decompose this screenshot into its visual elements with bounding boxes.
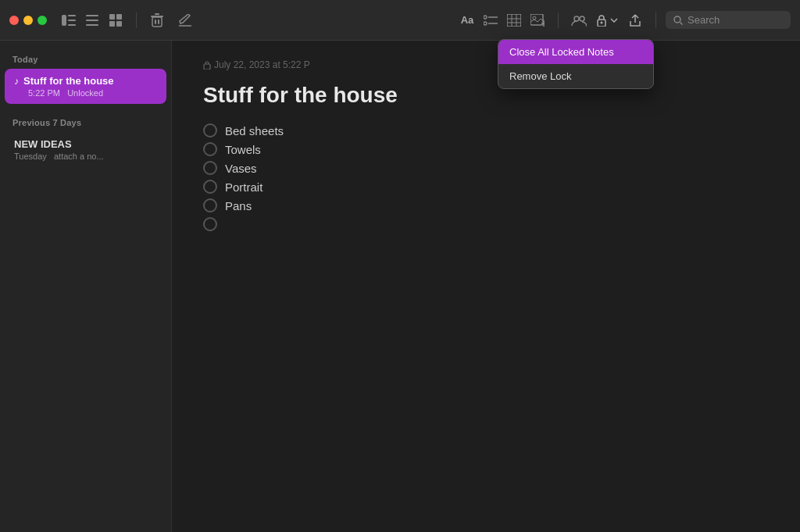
lock-group: Close All Locked Notes Remove Lock [568,9,646,31]
previous-label: Previous 7 Days [0,113,171,130]
note-title-ideas: NEW IDEAS [14,138,157,150]
checklist-text-1: Towels [225,143,261,156]
checkbox-4[interactable] [203,198,217,212]
checkbox-1[interactable] [203,142,217,156]
lock-button[interactable] [591,11,623,30]
format-icon[interactable]: Aa [456,9,478,31]
search-box[interactable]: Search [666,11,791,29]
checklist-icon[interactable] [480,9,502,31]
separator-3 [655,12,656,28]
svg-point-33 [601,21,603,23]
checklist-empty[interactable] [203,217,769,231]
note-title-stuff: Stuff for the house [23,75,114,87]
search-icon [673,16,683,25]
checklist-item-1[interactable]: Towels [203,142,769,156]
svg-point-30 [574,16,579,21]
note-status: Unlocked [67,88,103,98]
svg-point-34 [674,16,680,23]
checklist-text-3: Portrait [225,180,262,194]
checkbox-2[interactable] [203,161,217,175]
note-meta-ideas: Tuesday attach a no... [14,152,157,161]
note-attach: attach a no... [54,152,104,161]
minimize-button[interactable] [23,16,33,25]
compose-icon[interactable] [174,9,196,31]
today-label: Today [0,50,171,67]
separator-1 [136,12,137,28]
search-placeholder: Search [688,14,720,26]
delete-icon[interactable] [146,9,168,31]
share-icon[interactable] [624,9,646,31]
checklist-item-4[interactable]: Pans [203,198,769,212]
table-icon[interactable] [503,9,525,31]
svg-rect-8 [116,14,122,20]
sidebar-toggle-icon[interactable] [58,9,80,31]
note-item-header: ♪ Stuff for the house [14,75,157,87]
svg-rect-21 [507,14,521,27]
svg-point-27 [533,16,536,20]
checklist-text-4: Pans [225,199,252,212]
separator-2 [558,12,559,28]
remove-lock-item[interactable]: Remove Lock [498,64,653,88]
checklist: Bed sheets Towels Vases Portrait Pans [203,123,769,231]
checklist-item-3[interactable]: Portrait [203,180,769,194]
checklist-item-2[interactable]: Vases [203,161,769,175]
svg-rect-9 [109,21,115,27]
checklist-item-0[interactable]: Bed sheets [203,123,769,137]
svg-rect-12 [155,13,159,15]
media-icon[interactable] [527,9,548,31]
svg-point-19 [484,22,487,25]
close-all-locked-notes-item[interactable]: Close All Locked Notes [498,40,653,64]
note-music-icon: ♪ [14,76,19,87]
main-content: Today ♪ Stuff for the house 5:22 PM Unlo… [0,41,800,532]
svg-rect-13 [152,17,162,27]
lock-button-container: Close All Locked Notes Remove Lock [591,11,623,30]
checkbox-empty[interactable] [203,217,217,231]
editor-title[interactable]: Stuff for the house [203,83,769,108]
lock-small-icon [203,60,211,70]
checkbox-3[interactable] [203,180,217,194]
svg-line-35 [680,22,683,24]
checkbox-0[interactable] [203,123,217,137]
note-item-ideas[interactable]: NEW IDEAS Tuesday attach a no... [5,132,166,167]
svg-rect-36 [204,64,210,70]
toolbar-left [58,9,127,31]
svg-rect-14 [155,20,156,24]
svg-point-31 [580,16,584,21]
svg-rect-4 [86,15,98,16]
svg-rect-15 [158,20,159,24]
date-text: July 22, 2023 at 5:22 P [214,59,310,70]
editor: July 22, 2023 at 5:22 P Stuff for the ho… [172,41,800,532]
editor-date: July 22, 2023 at 5:22 P [203,59,769,70]
svg-rect-3 [68,24,76,26]
traffic-lights [9,16,47,25]
grid-view-icon[interactable] [105,9,127,31]
svg-rect-7 [109,14,115,20]
note-time: 5:22 PM [28,88,60,98]
svg-rect-5 [86,20,98,21]
collaborate-icon[interactable] [568,9,590,31]
note-meta-stuff: 5:22 PM Unlocked [14,88,157,98]
checklist-text-0: Bed sheets [225,124,284,137]
toolbar-right: Aa [456,9,548,31]
svg-rect-0 [62,15,66,26]
note-item-stuff[interactable]: ♪ Stuff for the house 5:22 PM Unlocked [5,69,166,104]
svg-rect-10 [116,21,122,27]
lock-dropdown-menu: Close All Locked Notes Remove Lock [498,39,654,89]
titlebar: Aa [0,0,800,41]
svg-rect-2 [68,20,76,21]
list-view-icon[interactable] [81,9,103,31]
maximize-button[interactable] [38,16,47,25]
note-day: Tuesday [14,152,47,161]
sidebar: Today ♪ Stuff for the house 5:22 PM Unlo… [0,41,172,532]
svg-rect-1 [68,15,76,16]
checklist-text-2: Vases [225,162,257,175]
svg-rect-6 [86,24,98,26]
svg-point-17 [484,16,487,19]
close-button[interactable] [9,16,19,25]
